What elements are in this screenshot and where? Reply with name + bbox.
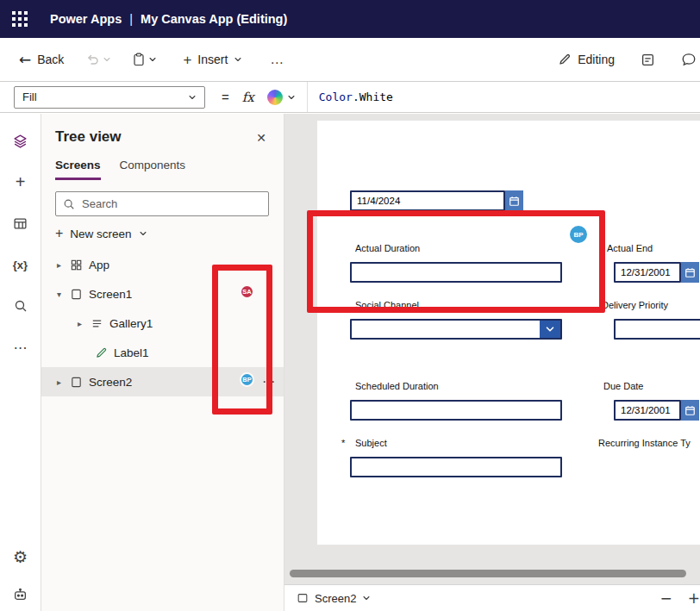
tree-item-screen1[interactable]: ▾ Screen1 SA <box>41 279 284 309</box>
field-label-subject: Subject <box>355 438 387 448</box>
editing-mode-button[interactable]: Editing <box>551 47 622 72</box>
close-icon: ✕ <box>256 131 266 145</box>
calendar-button[interactable] <box>681 262 699 283</box>
app-header: Power Apps | My Canvas App (Editing) <box>0 0 700 38</box>
tab-components[interactable]: Components <box>120 159 186 180</box>
chevron-down-icon <box>234 55 242 64</box>
comments-button[interactable] <box>634 47 662 72</box>
header-title: Power Apps | My Canvas App (Editing) <box>50 12 287 26</box>
delivery-priority-input[interactable] <box>614 319 700 340</box>
chevron-down-icon[interactable] <box>540 321 560 338</box>
item-more-button[interactable]: ⋯ <box>262 374 275 390</box>
tree-item-gallery1[interactable]: ▸ Gallery1 <box>41 309 284 338</box>
screen-icon <box>297 592 309 604</box>
data-table-icon <box>13 216 28 231</box>
formula-token-member: .White <box>353 90 393 103</box>
rail-variables-button[interactable]: {x} <box>0 247 41 282</box>
chevron-down-icon[interactable] <box>103 55 111 64</box>
tree-search-box <box>55 191 269 216</box>
new-screen-label: New screen <box>70 228 131 240</box>
field-label-actual-end: Actual End <box>607 243 653 253</box>
field-label-social-channel: Social Channel <box>355 300 419 310</box>
insert-button[interactable]: + Insert <box>176 47 249 72</box>
chevron-down-icon[interactable] <box>148 55 157 64</box>
actual-end-date-input[interactable] <box>614 262 681 283</box>
scheduled-duration-input[interactable] <box>350 400 562 421</box>
field-label-due-date: Due Date <box>603 381 643 391</box>
social-channel-dropdown[interactable] <box>350 319 562 340</box>
property-dropdown[interactable]: Fill <box>14 86 205 109</box>
plus-icon: + <box>16 173 26 190</box>
undo-split-button[interactable] <box>81 47 116 72</box>
presence-badge-bp: BP <box>240 372 254 387</box>
tab-screens[interactable]: Screens <box>55 159 101 180</box>
horizontal-scrollbar[interactable] <box>286 570 698 578</box>
chevron-down-icon[interactable]: ▾ <box>57 290 70 299</box>
app-icon <box>70 259 89 271</box>
calendar-button[interactable] <box>681 400 699 421</box>
required-asterisk: * <box>341 438 345 448</box>
waffle-menu-button[interactable] <box>0 0 40 38</box>
presence-badge-sa: SA <box>240 284 254 299</box>
screen-selector-label: Screen2 <box>315 592 356 605</box>
tree-item-label: Screen1 <box>89 288 132 301</box>
fx-label: fx <box>242 90 254 105</box>
tree-item-app[interactable]: ▸ App <box>41 250 284 279</box>
tree-item-screen2[interactable]: ▸ Screen2 BP ⋯ <box>41 367 284 396</box>
chevron-right-icon[interactable]: ▸ <box>78 319 91 328</box>
rail-more-button[interactable]: ⋯ <box>0 330 41 365</box>
tree-view-icon <box>13 134 28 148</box>
gear-icon: ⚙ <box>13 549 28 565</box>
left-rail: + {x} ⋯ ⚙ <box>0 114 41 611</box>
date-input[interactable] <box>350 190 505 211</box>
chevron-right-icon[interactable]: ▸ <box>57 377 70 387</box>
chevron-right-icon[interactable]: ▸ <box>57 260 70 270</box>
rail-tree-view-button[interactable] <box>0 123 41 158</box>
zoom-in-button[interactable]: + <box>688 589 700 607</box>
screen-icon <box>70 376 89 389</box>
zoom-out-button[interactable]: − <box>660 589 672 607</box>
toolbar-overflow-button[interactable]: … <box>263 47 291 72</box>
paste-split-button[interactable] <box>127 47 162 72</box>
copilot-icon <box>267 90 283 105</box>
tree-item-label1[interactable]: Label1 <box>41 338 284 367</box>
rail-search-button[interactable] <box>0 289 41 323</box>
search-icon <box>63 198 75 210</box>
rail-settings-button[interactable]: ⚙ <box>0 539 41 574</box>
rail-data-button[interactable] <box>0 206 41 240</box>
comments-icon <box>641 53 655 67</box>
main-region: + {x} ⋯ ⚙ <box>0 114 700 611</box>
zoom-controls: − + <box>660 589 696 607</box>
editing-label: Editing <box>578 53 615 66</box>
rail-insert-button[interactable]: + <box>0 165 41 199</box>
formula-input[interactable]: Color.White <box>307 82 700 112</box>
back-button[interactable]: ← Back <box>12 47 71 72</box>
copilot-button[interactable] <box>267 90 296 105</box>
field-label-recurring-instance: Recurring Instance Ty <box>598 438 700 448</box>
screen-icon <box>70 288 89 301</box>
canvas-bottom-bar: Screen2 − + <box>284 584 700 611</box>
panel-title: Tree view <box>55 128 122 146</box>
pencil-icon <box>558 53 572 66</box>
date-field-top <box>350 190 523 211</box>
canvas-area: Actual Duration Actual End Social Channe… <box>284 114 700 611</box>
toolbar-right-group: Editing <box>551 47 700 72</box>
due-date-input[interactable] <box>614 400 681 421</box>
variables-icon: {x} <box>13 259 28 271</box>
field-label-actual-duration: Actual Duration <box>355 243 420 253</box>
tree-item-label: Gallery1 <box>109 317 153 330</box>
chat-button[interactable] <box>674 47 700 72</box>
rail-bot-button[interactable] <box>0 577 41 611</box>
tree-item-label: Label1 <box>114 346 149 359</box>
back-label: Back <box>37 53 64 66</box>
calendar-button[interactable] <box>505 190 523 211</box>
scrollbar-thumb[interactable] <box>290 570 686 577</box>
chat-bubble-icon <box>681 52 697 67</box>
app-title[interactable]: Power Apps <box>50 12 122 26</box>
subject-input[interactable] <box>350 457 562 477</box>
screen-selector[interactable]: Screen2 <box>297 592 371 605</box>
new-screen-button[interactable]: + New screen <box>55 227 147 240</box>
close-panel-button[interactable]: ✕ <box>256 131 266 145</box>
actual-duration-input[interactable] <box>350 262 562 283</box>
search-input[interactable] <box>82 197 261 210</box>
